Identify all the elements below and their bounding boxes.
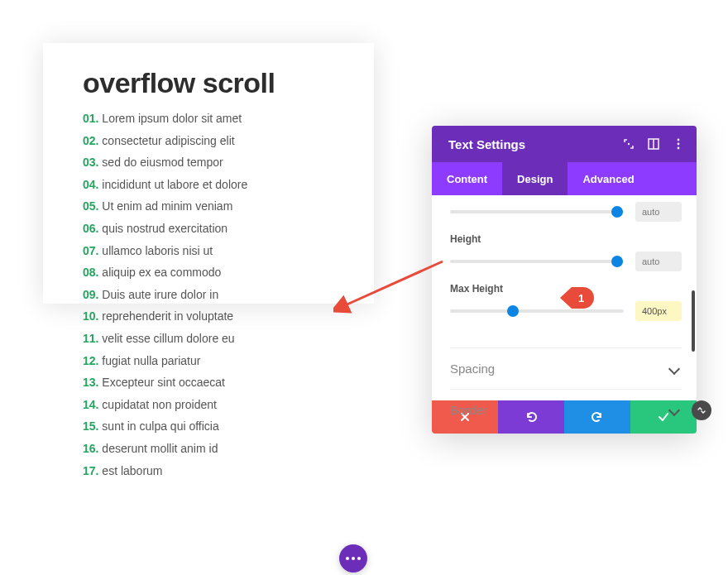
list-text: incididunt ut labore et dolore <box>102 178 247 191</box>
list-item: 13. Excepteur sint occaecat <box>83 371 341 394</box>
list-number: 05. <box>83 199 98 213</box>
resize-handle[interactable] <box>692 400 711 420</box>
list-number: 03. <box>83 156 98 169</box>
min-height-thumb[interactable] <box>611 206 623 218</box>
list-item: 10. reprehenderit in voluptate <box>83 305 341 328</box>
list-number: 16. <box>83 442 98 455</box>
list-text: sunt in culpa qui officia <box>102 419 218 433</box>
panel-header: Text Settings <box>432 126 697 162</box>
svg-point-4 <box>678 147 680 150</box>
panel-title: Text Settings <box>448 137 525 151</box>
list-text: Duis aute irure dolor in <box>102 288 218 301</box>
max-height-value[interactable]: 400px <box>635 301 682 321</box>
min-height-slider-row: auto <box>450 202 682 222</box>
list-number: 01. <box>83 112 98 125</box>
height-thumb[interactable] <box>611 256 623 267</box>
preview-heading: overflow scroll <box>83 66 341 99</box>
min-height-slider[interactable] <box>450 210 624 213</box>
list-text: consectetur adipiscing elit <box>102 134 234 147</box>
list-item: 06. quis nostrud exercitation <box>83 218 341 240</box>
list-item: 01. Lorem ipsum dolor sit amet <box>83 108 341 130</box>
list-item: 17. est laborum <box>83 460 341 482</box>
list-text: reprehenderit in voluptate <box>102 309 233 323</box>
list-number: 11. <box>83 332 98 345</box>
height-label: Height <box>450 233 682 245</box>
list-item: 16. deserunt mollit anim id <box>83 438 341 460</box>
list-text: deserunt mollit anim id <box>102 442 218 455</box>
tab-content[interactable]: Content <box>432 162 502 195</box>
list-number: 12. <box>83 354 98 367</box>
list-number: 13. <box>83 376 98 389</box>
panel-scrollbar[interactable] <box>692 290 695 352</box>
height-value[interactable]: auto <box>635 252 682 271</box>
tab-design[interactable]: Design <box>502 162 568 195</box>
list-number: 02. <box>83 134 98 147</box>
ordered-list: 01. Lorem ipsum dolor sit amet02. consec… <box>83 108 341 482</box>
max-height-slider[interactable] <box>450 309 624 313</box>
list-text: Excepteur sint occaecat <box>102 376 225 389</box>
height-slider[interactable] <box>450 260 624 263</box>
list-item: 04. incididunt ut labore et dolore <box>83 174 341 196</box>
min-height-value[interactable]: auto <box>635 202 682 222</box>
accordion-border[interactable]: Border <box>450 389 682 430</box>
list-item: 03. sed do eiusmod tempor <box>83 151 341 174</box>
list-text: cupidatat non proident <box>102 398 217 411</box>
list-text: Lorem ipsum dolor sit amet <box>102 112 242 125</box>
list-number: 04. <box>83 178 98 191</box>
list-text: Ut enim ad minim veniam <box>102 199 232 213</box>
max-height-thumb[interactable] <box>507 305 519 317</box>
list-text: ullamco laboris nisi ut <box>102 244 213 257</box>
svg-point-3 <box>678 143 680 146</box>
list-text: quis nostrud exercitation <box>102 222 228 235</box>
list-text: fugiat nulla pariatur <box>102 354 200 367</box>
svg-point-0 <box>628 143 630 145</box>
list-text: aliquip ex ea commodo <box>102 266 221 279</box>
list-item: 09. Duis aute irure dolor in <box>83 284 341 306</box>
list-text: est laborum <box>102 464 162 477</box>
chevron-down-icon <box>668 404 680 415</box>
list-item: 12. fugiat nulla pariatur <box>83 350 341 372</box>
list-item: 02. consectetur adipiscing elit <box>83 130 341 152</box>
list-text: velit esse cillum dolore eu <box>102 332 234 345</box>
floating-menu-button[interactable] <box>339 544 367 573</box>
more-icon[interactable] <box>672 137 685 151</box>
list-number: 14. <box>83 398 98 411</box>
list-text: sed do eiusmod tempor <box>102 156 223 169</box>
list-item: 05. Ut enim ad minim veniam <box>83 195 341 218</box>
list-number: 09. <box>83 288 98 301</box>
list-number: 08. <box>83 266 98 279</box>
list-item: 14. cupidatat non proident <box>83 394 341 416</box>
accordion-spacing-label: Spacing <box>450 362 495 376</box>
accordion-spacing[interactable]: Spacing <box>450 347 682 389</box>
list-number: 17. <box>83 464 98 477</box>
expand-icon[interactable] <box>622 137 635 151</box>
list-item: 15. sunt in culpa qui officia <box>83 415 341 438</box>
text-module-preview: overflow scroll 01. Lorem ipsum dolor si… <box>43 43 374 304</box>
list-item: 08. aliquip ex ea commodo <box>83 261 341 284</box>
chevron-down-icon <box>668 362 680 374</box>
list-number: 15. <box>83 419 98 433</box>
tab-advanced[interactable]: Advanced <box>568 162 649 195</box>
list-number: 10. <box>83 309 98 323</box>
text-settings-panel: Text Settings Content Design Advanced <box>432 126 697 434</box>
height-slider-row: Height auto <box>450 233 682 271</box>
columns-icon[interactable] <box>647 137 660 151</box>
list-number: 07. <box>83 244 98 257</box>
list-item: 11. velit esse cillum dolore eu <box>83 328 341 350</box>
list-item: 07. ullamco laboris nisi ut <box>83 240 341 262</box>
accordion-border-label: Border <box>450 403 487 417</box>
list-number: 06. <box>83 222 98 235</box>
svg-point-2 <box>678 139 680 141</box>
panel-tabs: Content Design Advanced <box>432 162 697 195</box>
